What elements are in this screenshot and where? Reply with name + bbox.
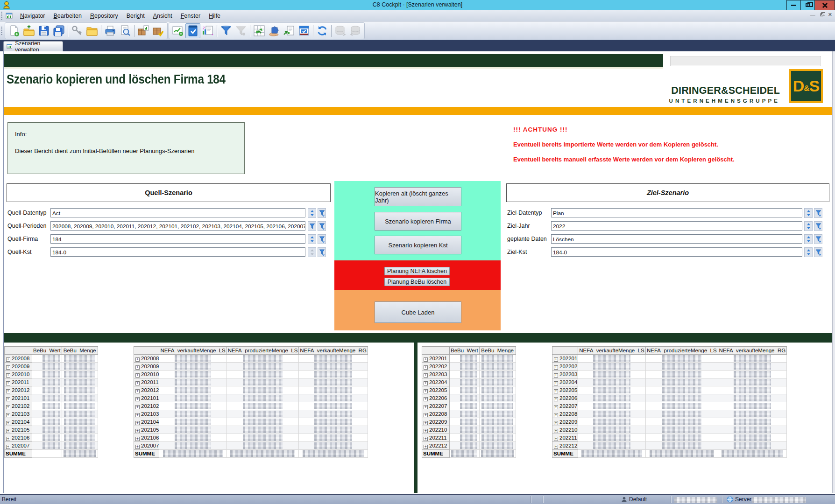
expand-icon[interactable]: + bbox=[135, 389, 140, 393]
expand-icon[interactable]: + bbox=[424, 365, 428, 370]
expand-icon[interactable]: + bbox=[424, 389, 428, 393]
kopieren-alt-button[interactable]: Kopieren alt (löscht ganzes Jahr) bbox=[375, 187, 461, 206]
expand-icon[interactable]: + bbox=[6, 445, 10, 449]
grip-handle[interactable] bbox=[1, 12, 2, 20]
mdi-minimize-button[interactable]: — bbox=[810, 12, 815, 17]
filter-button[interactable] bbox=[814, 234, 822, 244]
title-bar[interactable]: C8 Cockpit - [Szenarien verwalten] bbox=[0, 0, 835, 10]
plugin-hand-icon[interactable] bbox=[267, 23, 282, 38]
expand-icon[interactable]: + bbox=[554, 413, 558, 417]
expand-icon[interactable]: + bbox=[6, 373, 10, 378]
element-selector-button[interactable] bbox=[804, 221, 813, 231]
menu-hilfe[interactable]: Hilfe bbox=[205, 11, 225, 21]
szenario-kopieren-firma-button[interactable]: Szenario kopieren Firma bbox=[375, 212, 461, 231]
planung-nefa-loeschen-button[interactable]: Planung NEFA löschen bbox=[384, 267, 450, 275]
filter-button[interactable] bbox=[814, 221, 822, 231]
expand-icon[interactable]: + bbox=[135, 373, 140, 378]
expand-icon[interactable]: + bbox=[554, 389, 558, 393]
ziel-kst-input[interactable]: 184-0 bbox=[551, 247, 802, 257]
expand-icon[interactable]: + bbox=[6, 365, 10, 370]
filter-button[interactable] bbox=[814, 208, 822, 218]
expand-icon[interactable]: + bbox=[424, 445, 428, 449]
chart-add-icon[interactable] bbox=[170, 23, 185, 38]
szenario-kopieren-kst-button[interactable]: Szenario kopieren Kst bbox=[375, 236, 461, 254]
element-selector-button[interactable] bbox=[804, 234, 813, 244]
package-import-icon[interactable] bbox=[151, 23, 166, 38]
open-folder-icon[interactable] bbox=[21, 23, 36, 38]
report-stats-icon[interactable] bbox=[200, 23, 215, 38]
tab-szenarien-verwalten[interactable]: Szenarien verwalten bbox=[3, 41, 63, 51]
save-icon[interactable] bbox=[36, 23, 51, 38]
filter-icon[interactable] bbox=[219, 23, 234, 38]
expand-icon[interactable]: + bbox=[135, 445, 140, 449]
expand-icon[interactable]: + bbox=[554, 357, 558, 362]
menu-ansicht[interactable]: Ansicht bbox=[149, 11, 177, 21]
new-document-icon[interactable] bbox=[7, 23, 21, 38]
expand-icon[interactable]: + bbox=[6, 429, 10, 433]
menu-bearbeiten[interactable]: Bearbeiten bbox=[50, 11, 86, 21]
expand-icon[interactable]: + bbox=[424, 437, 428, 441]
expand-icon[interactable]: + bbox=[554, 381, 558, 385]
ziel-jahr-input[interactable]: 2022 bbox=[551, 221, 802, 231]
pivot-refresh-icon[interactable] bbox=[252, 23, 267, 38]
menu-bericht[interactable]: Bericht bbox=[122, 11, 149, 21]
menu-navigator[interactable]: Navigator bbox=[16, 11, 50, 21]
planung-bebu-loeschen-button[interactable]: Planung BeBu löschen bbox=[384, 278, 450, 286]
expand-icon[interactable]: + bbox=[554, 365, 558, 370]
expand-icon[interactable]: + bbox=[424, 397, 428, 401]
check-active-icon[interactable] bbox=[185, 23, 200, 38]
minimize-button[interactable] bbox=[786, 0, 801, 10]
expand-icon[interactable]: + bbox=[135, 397, 140, 401]
report-run-icon[interactable] bbox=[282, 23, 297, 38]
expand-icon[interactable]: + bbox=[135, 405, 140, 409]
print-preview-icon[interactable] bbox=[118, 23, 133, 38]
key-icon[interactable] bbox=[70, 23, 85, 38]
expand-icon[interactable]: + bbox=[135, 357, 140, 362]
expand-icon[interactable]: + bbox=[554, 437, 558, 441]
package-export-icon[interactable] bbox=[136, 23, 151, 38]
expand-icon[interactable]: + bbox=[424, 357, 428, 362]
restore-button[interactable] bbox=[800, 0, 815, 10]
cube-laden-button[interactable]: Cube Laden bbox=[375, 301, 461, 323]
refresh-icon[interactable] bbox=[315, 23, 330, 38]
close-button[interactable] bbox=[814, 0, 835, 10]
menu-repository[interactable]: Repository bbox=[86, 11, 122, 21]
folder-icon[interactable] bbox=[85, 23, 99, 38]
database-icon[interactable] bbox=[333, 23, 348, 38]
filter-button[interactable] bbox=[814, 247, 822, 257]
expand-icon[interactable]: + bbox=[424, 421, 428, 425]
expand-icon[interactable]: + bbox=[6, 405, 10, 409]
database-link-icon[interactable] bbox=[348, 23, 363, 38]
grip-handle[interactable] bbox=[1, 27, 2, 35]
expand-icon[interactable]: + bbox=[424, 405, 428, 409]
expand-icon[interactable]: + bbox=[554, 445, 558, 449]
expand-icon[interactable]: + bbox=[135, 421, 140, 425]
element-selector-button[interactable] bbox=[804, 247, 813, 257]
geplante-daten-input[interactable]: Löschen bbox=[551, 234, 802, 244]
element-selector-button[interactable] bbox=[804, 208, 813, 218]
save-all-icon[interactable] bbox=[51, 23, 66, 38]
expand-icon[interactable]: + bbox=[6, 357, 10, 362]
expand-icon[interactable]: + bbox=[6, 437, 10, 441]
expand-icon[interactable]: + bbox=[554, 405, 558, 409]
expand-icon[interactable]: + bbox=[554, 397, 558, 401]
menu-fenster[interactable]: Fenster bbox=[177, 11, 205, 21]
expand-icon[interactable]: + bbox=[135, 365, 140, 370]
expand-icon[interactable]: + bbox=[6, 413, 10, 417]
expand-icon[interactable]: + bbox=[135, 437, 140, 441]
expand-icon[interactable]: + bbox=[135, 429, 140, 433]
print-icon[interactable] bbox=[103, 23, 118, 38]
expand-icon[interactable]: + bbox=[6, 381, 10, 385]
expand-icon[interactable]: + bbox=[6, 421, 10, 425]
expand-icon[interactable]: + bbox=[424, 373, 428, 378]
expand-icon[interactable]: + bbox=[554, 429, 558, 433]
filter-clear-icon[interactable] bbox=[234, 23, 248, 38]
vertical-scrollbar[interactable] bbox=[832, 51, 835, 493]
expand-icon[interactable]: + bbox=[135, 413, 140, 417]
mdi-restore-button[interactable] bbox=[820, 14, 823, 16]
window-check-icon[interactable] bbox=[297, 23, 311, 38]
expand-icon[interactable]: + bbox=[424, 429, 428, 433]
expand-icon[interactable]: + bbox=[135, 381, 140, 385]
expand-icon[interactable]: + bbox=[6, 397, 10, 401]
expand-icon[interactable]: + bbox=[554, 421, 558, 425]
